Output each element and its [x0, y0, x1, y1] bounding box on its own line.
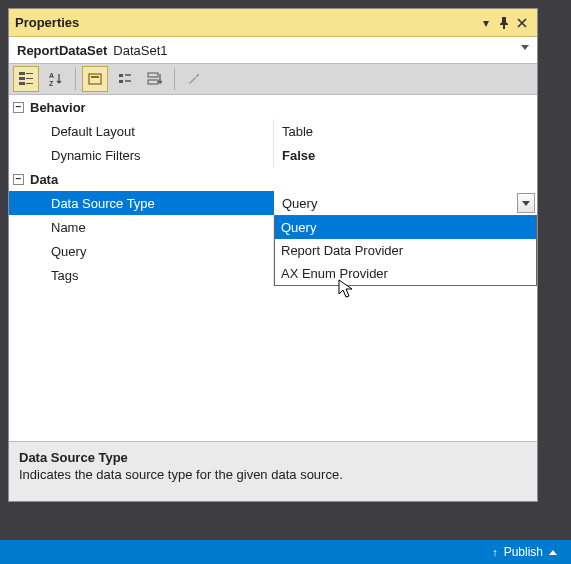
svg-rect-11: [119, 80, 123, 83]
property-grid: − Behavior Default Layout Table Dynamic …: [9, 95, 537, 441]
toolbar-separator: [174, 68, 175, 90]
object-selector[interactable]: ReportDataSet DataSet1: [9, 37, 537, 63]
dropdown-option-rdp[interactable]: Report Data Provider: [275, 239, 536, 262]
property-row-default-layout[interactable]: Default Layout Table: [9, 119, 537, 143]
tool5-icon[interactable]: [142, 66, 168, 92]
property-value[interactable]: False: [274, 143, 537, 167]
window-options-icon[interactable]: ▾: [477, 14, 495, 32]
chevron-up-icon: [549, 550, 557, 555]
property-label: Data Source Type: [9, 191, 274, 215]
property-row-dynamic-filters[interactable]: Dynamic Filters False: [9, 143, 537, 167]
toolbar-separator: [75, 68, 76, 90]
description-text: Indicates the data source type for the g…: [19, 467, 527, 482]
property-label: Query: [9, 239, 274, 263]
svg-rect-2: [19, 82, 25, 85]
properties-panel: Properties ▾ ReportDataSet DataSet1 AZ: [8, 8, 538, 502]
svg-rect-9: [91, 76, 99, 78]
data-source-type-dropdown: Query Report Data Provider AX Enum Provi…: [274, 215, 537, 286]
property-label: Dynamic Filters: [9, 143, 274, 167]
category-row-behavior[interactable]: − Behavior: [9, 95, 537, 119]
tool4-icon[interactable]: [112, 66, 138, 92]
svg-rect-10: [119, 74, 123, 77]
collapse-icon[interactable]: −: [13, 102, 24, 113]
category-label: Behavior: [30, 100, 86, 115]
svg-rect-8: [89, 74, 101, 84]
property-label: Default Layout: [9, 119, 274, 143]
property-value[interactable]: Table: [274, 119, 537, 143]
chevron-down-icon[interactable]: [521, 45, 529, 50]
window-title: Properties: [15, 15, 477, 30]
object-name: ReportDataSet: [17, 43, 107, 58]
collapse-icon[interactable]: −: [13, 174, 24, 185]
object-class: DataSet1: [113, 43, 167, 58]
svg-rect-0: [19, 72, 25, 75]
pin-icon[interactable]: [495, 14, 513, 32]
property-value-cell[interactable]: Query: [274, 191, 537, 215]
categorized-icon[interactable]: [13, 66, 39, 92]
close-icon[interactable]: [513, 14, 531, 32]
publish-button[interactable]: ↑ Publish: [492, 545, 557, 559]
category-label: Data: [30, 172, 58, 187]
publish-label: Publish: [504, 545, 543, 559]
svg-rect-12: [148, 73, 158, 77]
tool3-icon[interactable]: [82, 66, 108, 92]
svg-text:Z: Z: [49, 80, 54, 87]
property-row-data-source-type[interactable]: Data Source Type Query: [9, 191, 537, 215]
dropdown-option-query[interactable]: Query: [275, 216, 536, 239]
alphabetical-icon[interactable]: AZ: [43, 66, 69, 92]
category-row-data[interactable]: − Data: [9, 167, 537, 191]
svg-rect-13: [148, 80, 158, 84]
svg-rect-3: [26, 73, 33, 74]
property-label: Tags: [9, 263, 274, 287]
property-label: Name: [9, 215, 274, 239]
svg-text:A: A: [49, 72, 54, 79]
status-bar: ↑ Publish: [0, 540, 571, 564]
property-value: Query: [282, 196, 317, 211]
dropdown-option-axenum[interactable]: AX Enum Provider: [275, 262, 536, 285]
description-area: Data Source Type Indicates the data sour…: [9, 441, 537, 501]
upload-icon: ↑: [492, 546, 498, 558]
svg-rect-5: [26, 83, 33, 84]
wrench-icon[interactable]: [181, 66, 207, 92]
dropdown-button[interactable]: [517, 193, 535, 213]
properties-toolbar: AZ: [9, 63, 537, 95]
titlebar: Properties ▾: [9, 9, 537, 37]
svg-rect-1: [19, 77, 25, 80]
svg-rect-4: [26, 78, 33, 79]
description-title: Data Source Type: [19, 450, 527, 465]
